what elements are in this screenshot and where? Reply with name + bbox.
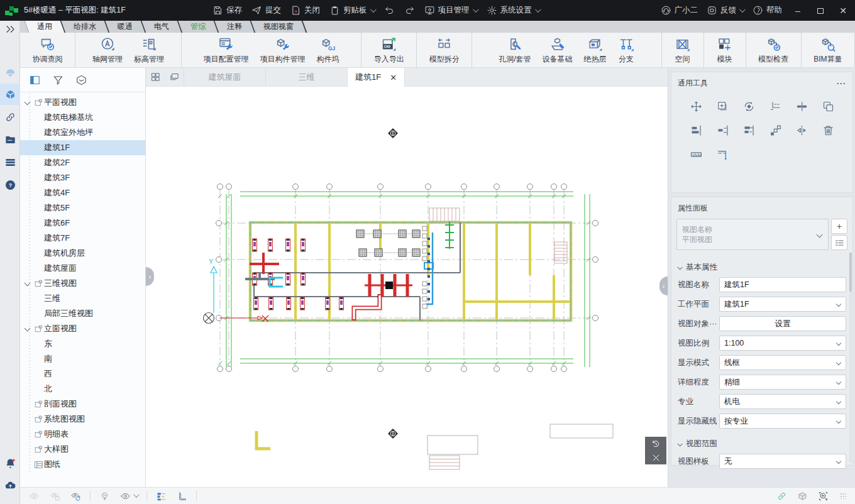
ribbon-tab-管综[interactable]: 管综	[179, 21, 219, 33]
tree-item-建筑6F[interactable]: 建筑6F	[20, 216, 145, 231]
ribbon-tab-给排水[interactable]: 给排水	[62, 21, 110, 33]
redo-button[interactable]	[404, 5, 415, 16]
tree-folder-剖面视图[interactable]: 剖面视图	[20, 397, 145, 412]
zoom-fit-button[interactable]	[818, 491, 829, 501]
undo-button[interactable]	[384, 5, 395, 16]
section-header[interactable]: 基本属性	[671, 256, 852, 277]
ribbon-button-设备基础[interactable]: 设备基础	[538, 35, 578, 65]
ribbon-tab-电气[interactable]: 电气	[142, 21, 183, 33]
engineer-icon[interactable]	[0, 62, 20, 83]
ribbon-button-协调查阅[interactable]: 协调查阅	[28, 35, 68, 65]
tool-array-button[interactable]	[762, 124, 788, 137]
ribbon-button-空间[interactable]: 空间	[669, 35, 696, 65]
field-select-显示隐藏线[interactable]: 按专业	[719, 414, 846, 429]
ribbon-button-分支[interactable]: 分支	[613, 35, 640, 65]
tree-item-建筑室外地坪[interactable]: 建筑室外地坪	[20, 125, 145, 140]
tree-item-建筑1F[interactable]: 建筑1F	[20, 140, 145, 155]
field-select-工作平面[interactable]: 建筑1F	[719, 297, 846, 312]
drawing-canvas[interactable]: Y ‹ ›	[146, 87, 668, 487]
ribbon-button-构件坞[interactable]: GJ构件坞	[312, 35, 345, 65]
tree-item-建筑4F[interactable]: 建筑4F	[20, 185, 145, 200]
tree-item-南[interactable]: 南	[20, 351, 145, 366]
tool-ruler-button[interactable]	[683, 148, 709, 161]
model-view-button[interactable]	[0, 84, 20, 105]
clipboard-button[interactable]: 剪贴板	[329, 5, 375, 16]
ribbon-button-模型拆分[interactable]: 模型拆分	[424, 35, 465, 65]
tree-item-建筑5F[interactable]: 建筑5F	[20, 200, 145, 216]
tool-trim-button[interactable]	[762, 100, 788, 113]
tool-break-button[interactable]	[788, 100, 815, 113]
field-select-显示模式[interactable]: 线框	[719, 355, 846, 370]
notifications-button[interactable]	[0, 452, 20, 474]
ribbon-button-标高管理[interactable]: 标高管理	[129, 35, 169, 65]
field-select-视图样板[interactable]: 无	[719, 454, 846, 469]
tool-match-button[interactable]	[815, 100, 841, 113]
minimize-button[interactable]: –	[791, 6, 805, 16]
ribbon-button-孔洞/套管[interactable]: 孔洞/套管	[494, 35, 536, 65]
ribbon-button-模块[interactable]: 模块	[711, 35, 738, 65]
doc-tab-三维[interactable]: 三维	[265, 68, 347, 86]
tree-folder-系统图视图[interactable]: 系统图视图	[20, 412, 145, 427]
ribbon-button-模型检查[interactable]: 模型检查	[753, 35, 793, 65]
ribbon-button-项目配置管理[interactable]: 项目配置管理	[199, 35, 254, 65]
tree-folder-大样图[interactable]: 大样图	[20, 442, 145, 457]
user-account-button[interactable]: 广小二	[661, 5, 698, 16]
help-strip-button[interactable]: ?	[0, 174, 20, 195]
tool-rotate-button[interactable]	[736, 100, 762, 113]
tool-trash-button[interactable]	[815, 124, 841, 137]
tree-item-建筑7F[interactable]: 建筑7F	[20, 231, 145, 246]
filter-list-button[interactable]	[156, 491, 167, 501]
restore-window-button[interactable]	[165, 68, 184, 86]
more-menu-button[interactable]: ···	[837, 79, 846, 88]
close-doc-button[interactable]: 关闭	[290, 5, 320, 16]
tree-folder-图纸[interactable]: 图纸	[20, 457, 145, 472]
reset-hidden-button[interactable]	[70, 491, 81, 501]
project-management-button[interactable]: 项目管理	[424, 5, 477, 16]
system-settings-button[interactable]: 系统设置	[487, 5, 539, 16]
view-cube-button[interactable]	[797, 491, 808, 501]
tree-item-建筑3F[interactable]: 建筑3F	[20, 170, 145, 185]
add-property-button[interactable]: +	[831, 219, 847, 234]
ribbon-tab-注释[interactable]: 注释	[215, 21, 256, 33]
submit-button[interactable]: 提交	[251, 5, 281, 16]
tree-item-建筑屋面[interactable]: 建筑屋面	[20, 261, 145, 276]
tree-folder-平面视图[interactable]: 平面视图	[20, 95, 145, 110]
tree-item-建筑2F[interactable]: 建筑2F	[20, 155, 145, 170]
tool-alignr-button[interactable]	[709, 124, 736, 137]
project-files-button[interactable]	[0, 129, 20, 150]
properties-scrollbar[interactable]	[849, 253, 852, 463]
ribbon-button-轴网管理[interactable]: 轴网管理	[87, 35, 128, 65]
field-input-视图名称[interactable]: 建筑1F	[719, 277, 846, 292]
tool-alignb-button[interactable]	[683, 124, 709, 137]
ribbon-tab-通用[interactable]: 通用	[25, 21, 66, 33]
visibility-mode-button[interactable]	[120, 491, 138, 501]
link-model-button[interactable]	[776, 491, 787, 501]
tile-views-button[interactable]	[146, 68, 165, 86]
tree-item-东[interactable]: 东	[20, 336, 145, 351]
tool-copy-button[interactable]	[709, 100, 736, 113]
ribbon-button-绝热层[interactable]: 绝热层	[579, 35, 612, 65]
tree-item-建筑机房层[interactable]: 建筑机房层	[20, 246, 145, 261]
expand-sidebar-button[interactable]	[0, 18, 20, 40]
tree-item-西[interactable]: 西	[20, 366, 145, 381]
ribbon-tab-视图视窗[interactable]: 视图视窗	[251, 21, 307, 33]
field-select-视图比例[interactable]: 1:100	[719, 336, 846, 351]
ribbon-button-导入导出[interactable]: CAD导入导出	[369, 35, 409, 65]
resize-grip[interactable]	[840, 493, 846, 499]
filter-button[interactable]	[52, 74, 64, 86]
tool-mirror-button[interactable]	[788, 124, 815, 137]
save-button[interactable]: 保存	[212, 5, 242, 16]
highlight-button[interactable]	[99, 491, 110, 501]
select-box-button[interactable]	[75, 74, 87, 86]
view-type-selector[interactable]: 视图名称 平面视图	[676, 219, 829, 250]
doc-tab-建筑屋面[interactable]: 建筑屋面	[184, 68, 265, 86]
field-select-详细程度[interactable]: 精细	[719, 375, 846, 390]
tool-move-button[interactable]	[683, 100, 709, 113]
hide-selection-button[interactable]	[50, 491, 60, 501]
tree-item-局部三维视图[interactable]: 局部三维视图	[20, 306, 145, 321]
tree-item-三维[interactable]: 三维	[20, 291, 145, 306]
ribbon-button-项目构件管理[interactable]: 项目构件管理	[255, 35, 311, 65]
window-close-button[interactable]: ✕	[836, 6, 850, 16]
help-button[interactable]: 帮助	[753, 5, 782, 16]
tree-folder-三维视图[interactable]: 三维视图	[20, 276, 145, 291]
